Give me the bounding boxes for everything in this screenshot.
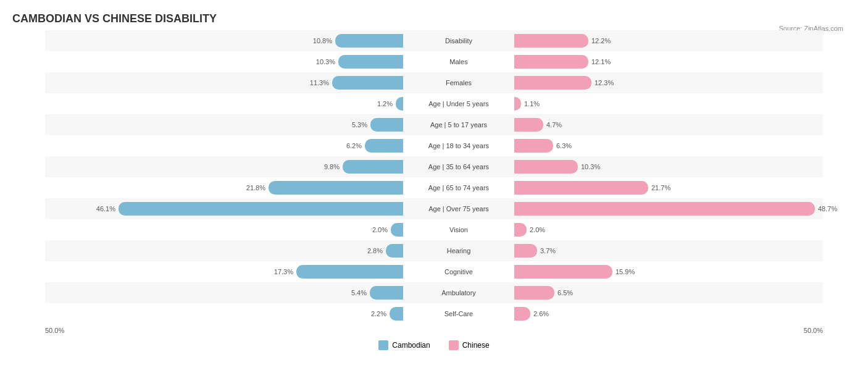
left-half: 10.8%	[45, 30, 403, 51]
right-half: 12.1%	[514, 51, 823, 72]
cambodian-label: Cambodian	[392, 341, 430, 350]
cambodian-color-swatch	[378, 340, 388, 350]
bar-right: 21.7%	[514, 181, 648, 195]
left-half: 17.3%	[45, 261, 403, 282]
left-value: 11.3%	[310, 79, 329, 86]
row-label: Vision	[403, 226, 514, 233]
row-label: Disability	[403, 37, 514, 44]
row-label: Self-Care	[403, 310, 514, 317]
row-label: Age | 65 to 74 years	[403, 184, 514, 191]
right-half: 10.3%	[514, 156, 823, 177]
row-label: Females	[403, 79, 514, 86]
left-half: 1.2%	[45, 93, 403, 114]
right-half: 21.7%	[514, 177, 823, 198]
bar-right: 15.9%	[514, 265, 612, 279]
right-half: 2.0%	[514, 219, 823, 240]
bar-right: 4.7%	[514, 118, 543, 132]
left-value: 5.4%	[351, 289, 367, 296]
bar-left: 46.1%	[119, 202, 403, 216]
legend: Cambodian Chinese	[12, 340, 856, 350]
bar-left: 2.8%	[386, 244, 403, 258]
right-half: 1.1%	[514, 93, 823, 114]
table-row: 21.8% Age | 65 to 74 years 21.7%	[45, 177, 823, 198]
right-value: 6.5%	[557, 289, 573, 296]
left-value: 9.8%	[324, 163, 340, 170]
left-value: 2.0%	[372, 226, 388, 233]
right-value: 48.7%	[818, 205, 837, 212]
row-label: Age | 5 to 17 years	[403, 121, 514, 128]
left-value: 6.2%	[346, 142, 362, 149]
table-row: 1.2% Age | Under 5 years 1.1%	[45, 93, 823, 114]
right-half: 6.3%	[514, 135, 823, 156]
table-row: 10.8% Disability 12.2%	[45, 30, 823, 51]
bar-right: 12.1%	[514, 55, 588, 69]
bar-left: 1.2%	[396, 97, 403, 111]
bar-left: 11.3%	[332, 76, 403, 90]
table-row: 11.3% Females 12.3%	[45, 72, 823, 93]
right-value: 12.3%	[595, 79, 614, 86]
left-value: 5.3%	[352, 121, 367, 128]
axis-left: 50.0%	[45, 327, 64, 334]
row-label: Ambulatory	[403, 289, 514, 296]
left-half: 5.3%	[45, 114, 403, 135]
right-half: 2.6%	[514, 303, 823, 324]
left-value: 21.8%	[246, 184, 265, 191]
right-value: 4.7%	[546, 121, 562, 128]
right-value: 2.0%	[530, 226, 545, 233]
chinese-label: Chinese	[462, 341, 490, 350]
bar-left: 10.8%	[335, 34, 403, 48]
table-row: 2.8% Hearing 3.7%	[45, 240, 823, 261]
left-value: 2.8%	[367, 247, 383, 254]
row-label: Age | 18 to 34 years	[403, 142, 514, 149]
right-value: 12.1%	[591, 58, 611, 65]
row-label: Cognitive	[403, 268, 514, 275]
row-label: Age | Over 75 years	[403, 205, 514, 212]
bar-left: 5.4%	[370, 286, 403, 300]
bar-right: 12.3%	[514, 76, 591, 90]
bar-right: 3.7%	[514, 244, 537, 258]
left-half: 10.3%	[45, 51, 403, 72]
table-row: 9.8% Age | 35 to 64 years 10.3%	[45, 156, 823, 177]
left-half: 2.0%	[45, 219, 403, 240]
bar-left: 2.0%	[391, 223, 403, 237]
right-value: 21.7%	[651, 184, 670, 191]
right-value: 12.2%	[591, 37, 611, 44]
left-half: 2.2%	[45, 303, 403, 324]
right-value: 3.7%	[540, 247, 556, 254]
bar-right: 2.6%	[514, 307, 530, 321]
right-half: 12.2%	[514, 30, 823, 51]
bar-right: 6.3%	[514, 139, 553, 153]
left-half: 46.1%	[45, 198, 403, 219]
right-value: 10.3%	[581, 163, 600, 170]
left-value: 1.2%	[377, 100, 393, 107]
table-row: 2.2% Self-Care 2.6%	[45, 303, 823, 324]
left-half: 21.8%	[45, 177, 403, 198]
table-row: 5.4% Ambulatory 6.5%	[45, 282, 823, 303]
row-label: Age | 35 to 64 years	[403, 163, 514, 170]
table-row: 46.1% Age | Over 75 years 48.7%	[45, 198, 823, 219]
bar-right: 12.2%	[514, 34, 588, 48]
axis-right: 50.0%	[804, 327, 823, 334]
table-row: 17.3% Cognitive 15.9%	[45, 261, 823, 282]
left-value: 2.2%	[371, 310, 386, 317]
left-half: 9.8%	[45, 156, 403, 177]
left-value: 17.3%	[274, 268, 293, 275]
row-label: Hearing	[403, 247, 514, 254]
table-row: 10.3% Males 12.1%	[45, 51, 823, 72]
right-half: 12.3%	[514, 72, 823, 93]
bar-left: 2.2%	[390, 307, 403, 321]
right-half: 15.9%	[514, 261, 823, 282]
legend-chinese: Chinese	[449, 340, 490, 350]
bar-left: 6.2%	[365, 139, 403, 153]
bar-right: 10.3%	[514, 160, 578, 174]
bar-right: 6.5%	[514, 286, 554, 300]
left-value: 10.8%	[313, 37, 332, 44]
right-half: 48.7%	[514, 198, 823, 219]
right-half: 6.5%	[514, 282, 823, 303]
right-value: 1.1%	[524, 100, 540, 107]
table-row: 2.0% Vision 2.0%	[45, 219, 823, 240]
row-label: Age | Under 5 years	[403, 100, 514, 107]
left-half: 11.3%	[45, 72, 403, 93]
bar-right: 1.1%	[514, 97, 521, 111]
bar-right: 48.7%	[514, 202, 815, 216]
